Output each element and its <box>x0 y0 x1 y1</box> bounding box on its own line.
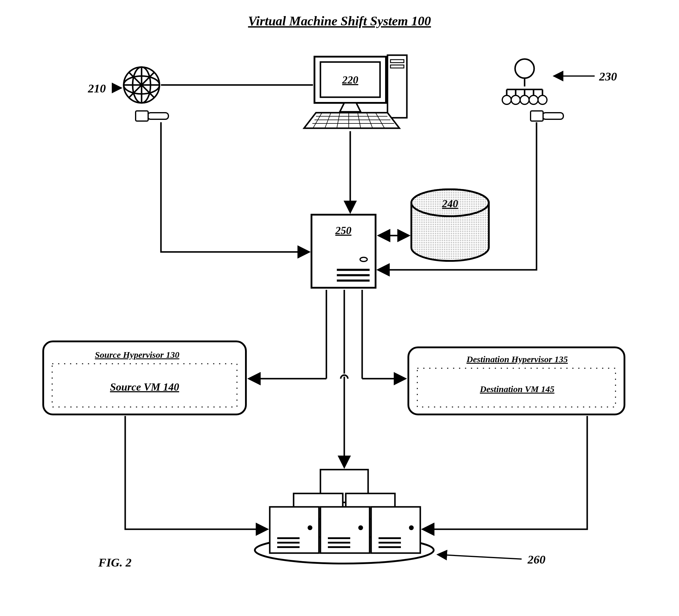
computer-icon: 220 <box>304 55 407 128</box>
ref-230: 230 <box>599 70 617 83</box>
svg-rect-41 <box>530 111 543 121</box>
ref-260: 260 <box>527 553 546 566</box>
svg-point-69 <box>309 526 312 529</box>
svg-rect-67 <box>320 507 369 553</box>
ref-210: 210 <box>88 82 106 95</box>
source-hypervisor-box: Source Hypervisor 130 Source VM 140 <box>43 341 246 414</box>
ref-220: 220 <box>342 74 358 86</box>
cluster-icon <box>502 59 547 104</box>
svg-point-35 <box>502 95 511 104</box>
figure-label: FIG. 2 <box>98 556 131 569</box>
storage-icon <box>255 470 434 563</box>
server-icon: 250 <box>312 215 376 288</box>
destination-hypervisor-box: Destination Hypervisor 135 Destination V… <box>408 347 624 414</box>
svg-line-81 <box>438 555 522 559</box>
svg-point-39 <box>538 95 547 104</box>
svg-point-77 <box>410 526 413 529</box>
diagram-title: Virtual Machine Shift System 100 <box>248 14 431 28</box>
svg-point-36 <box>511 95 520 104</box>
svg-rect-66 <box>270 507 319 553</box>
device-icon-right <box>530 111 563 121</box>
svg-rect-68 <box>371 507 420 553</box>
svg-rect-10 <box>136 111 148 121</box>
globe-icon <box>124 67 159 103</box>
source-hypervisor-label: Source Hypervisor 130 <box>95 350 179 360</box>
svg-point-37 <box>520 95 529 104</box>
dest-vm-label: Destination VM 145 <box>480 384 554 394</box>
dest-hypervisor-label: Destination Hypervisor 135 <box>466 354 568 364</box>
svg-point-73 <box>359 526 362 529</box>
ref-250: 250 <box>335 224 351 237</box>
ref-240: 240 <box>442 198 458 210</box>
svg-rect-40 <box>543 113 563 119</box>
svg-rect-9 <box>148 113 168 119</box>
svg-point-38 <box>529 95 538 104</box>
database-icon: 240 <box>411 189 489 261</box>
device-icon-left <box>136 111 168 121</box>
source-vm-label: Source VM 140 <box>110 381 179 393</box>
svg-point-27 <box>515 59 534 78</box>
